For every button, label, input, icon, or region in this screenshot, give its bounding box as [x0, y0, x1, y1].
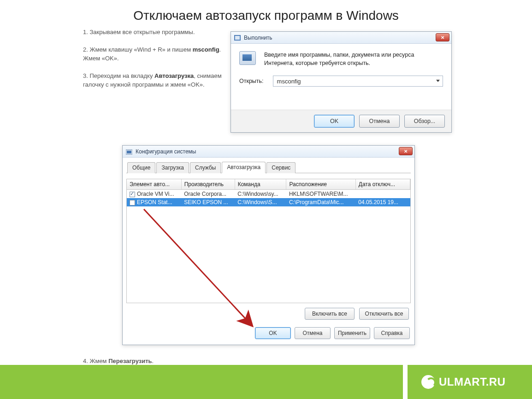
step-3: 3. Переходим на вкладку Автозагрузка, сн…	[83, 71, 226, 89]
tab-tools[interactable]: Сервис	[266, 162, 296, 173]
run-icon	[234, 35, 241, 41]
tab-general[interactable]: Общие	[127, 162, 155, 173]
msconfig-ok-button[interactable]: OK	[255, 327, 291, 339]
step-4: 4. Жмем Перезагрузить.	[83, 358, 154, 364]
checkbox-row0[interactable]	[130, 192, 135, 197]
cell-item: EPSON Stat...	[137, 199, 172, 205]
run-message: Введите имя программы, папки, документа …	[264, 51, 443, 67]
step-3-text: 3. Переходим на вкладку	[83, 72, 154, 79]
cancel-button[interactable]: Отмена	[359, 115, 400, 128]
step-2-text: 2. Жмем клавишу «Wind + R» и пишем	[83, 46, 193, 53]
open-input[interactable]: msconfig	[273, 76, 443, 87]
msconfig-cancel-button[interactable]: Отмена	[295, 327, 331, 339]
msconfig-close-button[interactable]: ✕	[399, 147, 413, 155]
cell-mfr: SEIKO EPSON ...	[181, 198, 235, 206]
msconfig-dialog: Конфигурация системы ✕ Общие Загрузка Сл…	[122, 145, 415, 345]
tab-services[interactable]: Службы	[190, 162, 221, 173]
ok-button[interactable]: OK	[314, 115, 355, 128]
brand-name: ULMART.RU	[439, 376, 505, 388]
startup-table[interactable]: Элемент авто... Производитель Команда Ра…	[126, 179, 411, 303]
cell-loc: C:\ProgramData\Mic...	[286, 198, 355, 206]
step-4-action: Перезагрузить	[108, 358, 152, 364]
tab-startup[interactable]: Автозагрузка	[222, 162, 266, 173]
col-mfr[interactable]: Производитель	[181, 179, 235, 190]
enable-all-button[interactable]: Включить все	[305, 308, 355, 320]
chevron-down-icon[interactable]	[436, 80, 440, 82]
cell-item: Oracle VM Vi...	[137, 191, 174, 197]
msconfig-icon	[125, 148, 133, 155]
open-label: Открыть:	[239, 78, 264, 84]
disable-all-button[interactable]: Отключить все	[359, 308, 409, 320]
col-item[interactable]: Элемент авто...	[127, 179, 181, 190]
msconfig-titlebar[interactable]: Конфигурация системы ✕	[123, 146, 414, 158]
step-1: 1. Закрываем все открытые программы.	[83, 28, 226, 37]
tab-boot[interactable]: Загрузка	[156, 162, 189, 173]
svg-rect-1	[235, 36, 240, 40]
step-2: 2. Жмем клавишу «Wind + R» и пишем mscon…	[83, 45, 226, 63]
table-row[interactable]: EPSON Stat... SEIKO EPSON ... C:\Windows…	[127, 198, 410, 206]
cell-mfr: Oracle Corpora...	[181, 190, 235, 199]
col-cmd[interactable]: Команда	[235, 179, 286, 190]
page-title: Отключаем автозапуск программ в Windows	[0, 0, 532, 28]
step-3-tab: Автозагрузка	[154, 72, 194, 79]
table-row[interactable]: Oracle VM Vi... Oracle Corpora... C:\Win…	[127, 190, 410, 199]
run-dialog: Выполнить ✕ Введите имя программы, папки…	[231, 31, 452, 133]
checkbox-row1[interactable]	[130, 200, 135, 205]
brand-logo: ULMART.RU	[421, 375, 505, 389]
tabs: Общие Загрузка Службы Автозагрузка Серви…	[126, 161, 411, 173]
brand-logo-icon	[421, 375, 435, 389]
msconfig-apply-button[interactable]: Применить	[334, 327, 370, 339]
msconfig-title: Конфигурация системы	[136, 148, 196, 155]
step-2-cmd: msconfig	[193, 46, 219, 53]
cell-date	[355, 190, 410, 199]
cell-date: 04.05.2015 19...	[355, 198, 410, 206]
browse-button[interactable]: Обзор...	[404, 115, 445, 128]
step-4-text: 4. Жмем	[83, 358, 108, 364]
col-date[interactable]: Дата отключ...	[355, 179, 410, 190]
svg-rect-3	[127, 151, 131, 153]
step-4-tail: .	[152, 358, 154, 364]
cell-cmd: C:\Windows\S...	[235, 198, 286, 206]
run-program-icon	[239, 51, 256, 65]
col-loc[interactable]: Расположение	[286, 179, 355, 190]
run-titlebar[interactable]: Выполнить ✕	[231, 32, 451, 44]
cell-loc: HKLM\SOFTWARE\M...	[286, 190, 355, 199]
run-title: Выполнить	[244, 35, 272, 41]
msconfig-help-button[interactable]: Справка	[374, 327, 410, 339]
close-button[interactable]: ✕	[436, 33, 449, 41]
cell-cmd: C:\Windows\sy...	[235, 190, 286, 199]
open-input-value: msconfig	[277, 78, 301, 85]
footer: ULMART.RU	[0, 365, 532, 399]
